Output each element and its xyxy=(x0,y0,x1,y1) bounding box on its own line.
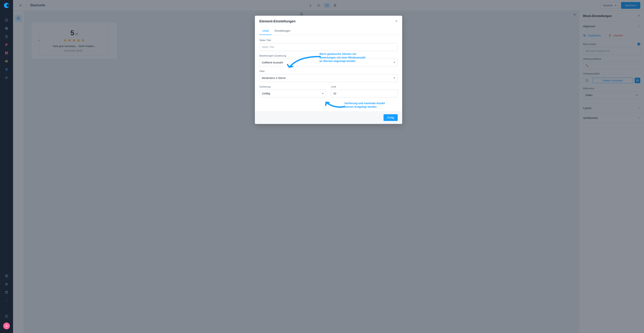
dots-vertical-icon xyxy=(5,299,8,302)
modal-scrim[interactable]: Element-Einstellungen Inhalt Einstellung… xyxy=(13,0,644,333)
done-button[interactable]: Fertig xyxy=(384,114,398,121)
element-settings-modal: Element-Einstellungen Inhalt Einstellung… xyxy=(255,16,402,124)
slider-title-input[interactable] xyxy=(259,43,398,51)
nav-customers[interactable] xyxy=(0,41,13,49)
megaphone-icon xyxy=(5,60,8,63)
storefront-icon xyxy=(5,291,8,294)
modal-close-button[interactable] xyxy=(395,20,398,23)
plug-icon xyxy=(5,68,8,71)
nav-orders[interactable] xyxy=(0,33,13,41)
user-avatar[interactable]: A xyxy=(3,322,10,329)
svg-rect-2 xyxy=(6,27,7,29)
tab-content[interactable]: Inhalt xyxy=(259,27,272,35)
svg-point-10 xyxy=(6,300,7,301)
nav-store[interactable] xyxy=(0,288,13,296)
svg-point-11 xyxy=(6,301,7,301)
limit-input[interactable] xyxy=(331,90,398,97)
svg-point-4 xyxy=(7,44,8,45)
modal-title: Element-Einstellungen xyxy=(259,20,296,23)
annotation-1: Wenn gewünscht, können nur Bewertungen m… xyxy=(320,52,379,63)
svg-rect-8 xyxy=(6,292,8,293)
svg-rect-1 xyxy=(6,28,8,30)
main-area: Startseite Deutsch Speichern 5 /5 ★★★★★ xyxy=(13,0,644,333)
bag-icon xyxy=(5,35,8,38)
copy-icon xyxy=(5,27,8,30)
nav-catalogues[interactable] xyxy=(0,24,13,33)
nav-add[interactable] xyxy=(0,272,13,280)
slider-title-label: Slider-Titel xyxy=(259,39,398,42)
nav-shop[interactable] xyxy=(0,280,13,288)
content-icon xyxy=(5,51,8,55)
svg-point-3 xyxy=(6,44,7,45)
svg-point-9 xyxy=(6,299,7,300)
svg-rect-5 xyxy=(6,52,8,54)
nav-content[interactable] xyxy=(0,49,13,57)
limit-label: Limit xyxy=(331,85,398,88)
filter-select[interactable] xyxy=(259,74,398,82)
nav-extensions[interactable] xyxy=(0,65,13,74)
tab-settings[interactable]: Einstellungen xyxy=(272,27,293,35)
nav-rail: A xyxy=(0,0,13,333)
basket-icon xyxy=(5,282,8,286)
plus-circle-icon xyxy=(5,274,8,277)
gauge-icon xyxy=(5,19,8,22)
sort-select[interactable] xyxy=(259,90,326,97)
nav-dashboard[interactable] xyxy=(0,16,13,24)
close-icon xyxy=(395,20,398,23)
info-circle-icon xyxy=(5,314,8,318)
users-icon xyxy=(5,43,8,47)
svg-point-6 xyxy=(6,77,7,78)
nav-settings[interactable] xyxy=(0,74,13,82)
filter-label: Filter xyxy=(259,70,398,73)
sort-label: Sortierung xyxy=(259,85,326,88)
nav-marketing[interactable] xyxy=(0,57,13,65)
gear-icon xyxy=(5,76,8,79)
annotation-2: Sortierung und maximale Anzahl können fe… xyxy=(344,102,396,109)
nav-more[interactable] xyxy=(0,296,13,305)
app-logo[interactable] xyxy=(0,0,13,11)
nav-help[interactable] xyxy=(0,312,13,320)
